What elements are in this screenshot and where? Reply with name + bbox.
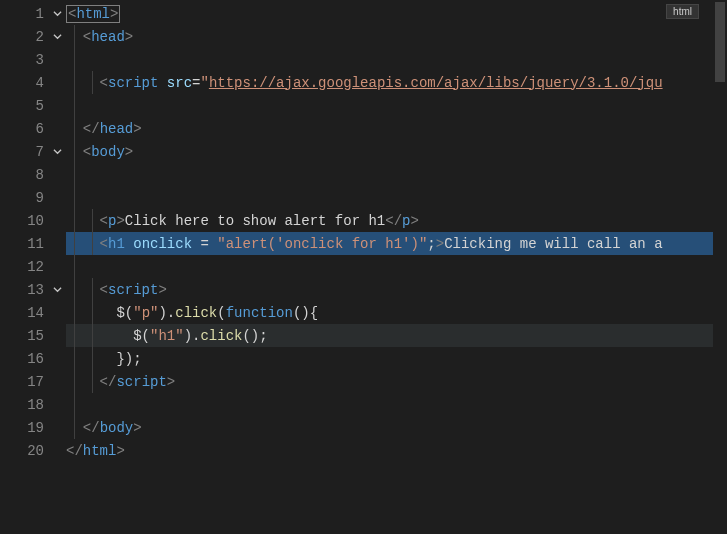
line-number: 10 [0, 209, 48, 232]
line-number: 2 [0, 25, 48, 48]
code-line[interactable]: </html> [66, 439, 727, 462]
code-line[interactable] [66, 163, 727, 186]
language-badge: html [666, 4, 699, 19]
scrollbar-thumb[interactable] [715, 2, 725, 82]
url-link[interactable]: https://ajax.googleapis.com/ajax/libs/jq… [209, 75, 663, 91]
fold-toggle[interactable] [48, 25, 66, 48]
code-editor[interactable]: 1 2 3 4 5 6 7 8 9 10 11 12 13 14 15 16 1… [0, 0, 727, 534]
code-line[interactable]: <script> [66, 278, 727, 301]
line-number: 11 [0, 232, 48, 255]
line-number: 7 [0, 140, 48, 163]
line-number: 3 [0, 48, 48, 71]
line-number: 4 [0, 71, 48, 94]
fold-column [48, 0, 66, 534]
line-number: 14 [0, 301, 48, 324]
code-line[interactable]: </script> [66, 370, 727, 393]
line-number-gutter: 1 2 3 4 5 6 7 8 9 10 11 12 13 14 15 16 1… [0, 0, 48, 534]
code-line[interactable]: $("h1").click(); [66, 324, 727, 347]
line-number: 16 [0, 347, 48, 370]
vertical-scrollbar[interactable] [713, 0, 727, 534]
line-number: 18 [0, 393, 48, 416]
line-number: 8 [0, 163, 48, 186]
line-number: 1 [0, 2, 48, 25]
code-line[interactable]: <script src="https://ajax.googleapis.com… [66, 71, 727, 94]
code-line[interactable] [66, 94, 727, 117]
line-number: 5 [0, 94, 48, 117]
code-line[interactable] [66, 393, 727, 416]
code-line[interactable]: <p>Click here to show alert for h1</p> [66, 209, 727, 232]
code-line[interactable] [66, 255, 727, 278]
fold-toggle[interactable] [48, 278, 66, 301]
fold-toggle[interactable] [48, 2, 66, 25]
code-line[interactable] [66, 48, 727, 71]
code-line[interactable]: </body> [66, 416, 727, 439]
code-line[interactable]: <h1 onclick = "alert('onclick for h1')";… [66, 232, 727, 255]
fold-toggle[interactable] [48, 140, 66, 163]
code-line[interactable] [66, 186, 727, 209]
line-number: 12 [0, 255, 48, 278]
code-content[interactable]: <html> <head> <script src="https://ajax.… [66, 0, 727, 534]
line-number: 17 [0, 370, 48, 393]
line-number: 15 [0, 324, 48, 347]
line-number: 20 [0, 439, 48, 462]
code-line[interactable]: </head> [66, 117, 727, 140]
code-line[interactable]: <body> [66, 140, 727, 163]
code-line[interactable]: $("p").click(function(){ [66, 301, 727, 324]
line-number: 19 [0, 416, 48, 439]
code-line[interactable]: }); [66, 347, 727, 370]
code-line[interactable]: <head> [66, 25, 727, 48]
line-number: 6 [0, 117, 48, 140]
line-number: 9 [0, 186, 48, 209]
code-line[interactable]: <html> [66, 2, 727, 25]
line-number: 13 [0, 278, 48, 301]
